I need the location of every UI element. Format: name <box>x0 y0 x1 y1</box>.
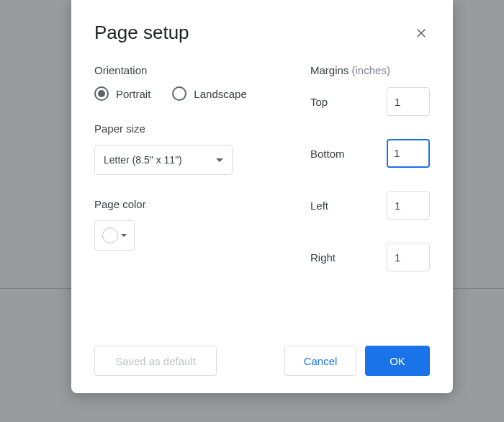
margin-left-input[interactable]: 1 <box>387 191 430 220</box>
page-color-select[interactable] <box>94 220 135 251</box>
close-icon <box>415 27 428 40</box>
margin-left-value: 1 <box>395 199 400 212</box>
dialog-title: Page setup <box>94 22 189 44</box>
margins-label: Margins (inches) <box>310 64 430 76</box>
orientation-portrait-radio[interactable]: Portrait <box>94 86 150 101</box>
margin-top-input[interactable]: 1 <box>387 87 430 116</box>
orientation-label: Orientation <box>94 64 310 76</box>
set-as-default-button: Saved as default <box>94 346 217 376</box>
color-swatch-icon <box>102 228 118 243</box>
margin-top-value: 1 <box>395 96 400 108</box>
margin-bottom-input[interactable]: 1 <box>387 139 430 168</box>
margin-bottom-value: 1 <box>394 140 400 166</box>
margin-left-label: Left <box>310 199 328 212</box>
page-color-label: Page color <box>94 198 310 210</box>
orientation-portrait-label: Portrait <box>116 88 150 100</box>
chevron-down-icon <box>121 234 127 237</box>
margins-unit-hint: (inches) <box>352 64 390 76</box>
margin-bottom-label: Bottom <box>310 148 345 160</box>
ok-button[interactable]: OK <box>365 346 430 376</box>
page-setup-dialog: Page setup Orientation Portrait Landscap… <box>71 0 453 393</box>
margin-top-label: Top <box>310 96 328 108</box>
paper-size-value: Letter (8.5" x 11") <box>104 154 182 166</box>
paper-size-select[interactable]: Letter (8.5" x 11") <box>94 145 233 175</box>
orientation-landscape-radio[interactable]: Landscape <box>172 86 246 101</box>
cancel-button[interactable]: Cancel <box>284 346 356 376</box>
paper-size-label: Paper size <box>94 122 310 135</box>
chevron-down-icon <box>216 158 223 162</box>
radio-icon <box>172 86 186 101</box>
margin-right-value: 1 <box>395 251 400 264</box>
margin-right-label: Right <box>310 251 336 264</box>
close-button[interactable] <box>413 24 430 42</box>
radio-icon <box>94 86 109 101</box>
margin-right-input[interactable]: 1 <box>387 243 430 271</box>
orientation-landscape-label: Landscape <box>194 88 246 100</box>
